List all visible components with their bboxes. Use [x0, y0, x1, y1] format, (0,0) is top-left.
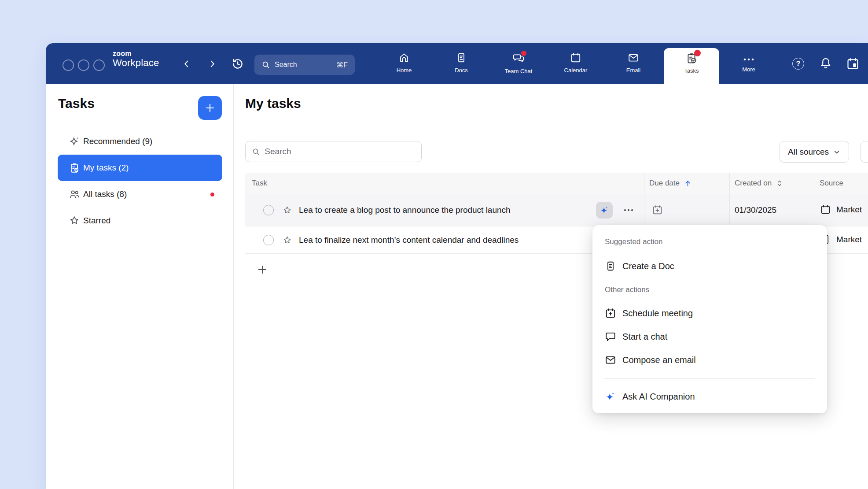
- bell-icon: [819, 57, 832, 70]
- source-label: Market: [836, 205, 862, 215]
- column-label: Created on: [735, 179, 772, 188]
- add-due-date-button[interactable]: [652, 204, 663, 215]
- add-task-button[interactable]: [198, 96, 222, 120]
- source-label: Market: [836, 235, 862, 244]
- new-meeting-button[interactable]: [846, 57, 860, 72]
- star-toggle[interactable]: [282, 205, 292, 215]
- nav-item-email[interactable]: Email: [609, 52, 658, 74]
- chevron-right-icon: [207, 59, 217, 69]
- sidebar-item-label: My tasks (2): [83, 163, 129, 173]
- sidebar-item-my-tasks[interactable]: My tasks (2): [58, 155, 222, 181]
- task-title[interactable]: Lea to finalize next month’s content cal…: [299, 235, 519, 245]
- window-minimize-button[interactable]: [78, 59, 89, 71]
- menu-item-create-doc[interactable]: Create a Doc: [605, 256, 815, 276]
- row-more-actions-button[interactable]: [623, 208, 634, 212]
- nav-item-more[interactable]: More: [725, 52, 773, 73]
- ai-companion-action-button[interactable]: [596, 202, 613, 219]
- menu-item-schedule-meeting[interactable]: Schedule meeting: [605, 304, 815, 323]
- home-icon: [398, 52, 410, 63]
- zoom-workplace-logo: zoom Workplace: [113, 50, 159, 68]
- back-button[interactable]: [180, 57, 193, 70]
- sidebar-title: Tasks: [58, 96, 95, 111]
- menu-item-start-chat[interactable]: Start a chat: [605, 327, 815, 346]
- sort-ascending-arrow-icon: [684, 179, 692, 188]
- doc-icon: [605, 260, 616, 272]
- tasks-badge: [694, 50, 701, 56]
- new-meeting-icon: [846, 57, 860, 70]
- window-controls: [63, 59, 105, 71]
- forward-button[interactable]: [206, 57, 219, 70]
- sidebar-item-recommended[interactable]: Recommended (9): [58, 128, 222, 155]
- nav-item-team-chat[interactable]: Team Chat: [494, 52, 543, 74]
- tasks-sidebar: Tasks Recommended (9): [46, 84, 234, 489]
- sort-both-icon: [776, 179, 783, 187]
- task-search-box[interactable]: [245, 141, 422, 162]
- column-header-created-on[interactable]: Created on: [735, 173, 783, 194]
- task-search-input[interactable]: [265, 147, 415, 156]
- sidebar-item-all-tasks[interactable]: All tasks (8): [58, 181, 222, 207]
- logo-zoom-text: zoom: [113, 50, 159, 58]
- plus-icon: [204, 102, 216, 114]
- task-checkbox[interactable]: [263, 205, 274, 215]
- ai-sparkle-icon: [605, 391, 616, 402]
- menu-item-ask-ai-companion[interactable]: Ask AI Companion: [605, 387, 815, 406]
- window-zoom-button[interactable]: [93, 59, 105, 71]
- menu-item-compose-email[interactable]: Compose an email: [605, 350, 815, 370]
- task-checkbox[interactable]: [263, 235, 274, 245]
- star-icon: [69, 215, 80, 226]
- column-header-task[interactable]: Task: [252, 173, 267, 194]
- search-icon: [261, 60, 270, 69]
- team-chat-badge: [521, 51, 526, 56]
- ellipsis-icon: [623, 208, 634, 212]
- logo-workplace-text: Workplace: [113, 58, 159, 68]
- nav-item-docs[interactable]: Docs: [437, 52, 485, 74]
- search-icon: [252, 147, 260, 156]
- nav-item-calendar[interactable]: Calendar: [552, 52, 600, 74]
- add-new-task-button[interactable]: [256, 263, 268, 276]
- column-header-due-date[interactable]: Due date: [649, 173, 692, 194]
- help-button[interactable]: ?: [792, 58, 804, 70]
- calendar-icon: [820, 204, 831, 215]
- history-button[interactable]: [231, 57, 245, 71]
- sources-filter-dropdown[interactable]: All sources: [780, 141, 849, 163]
- column-label: Source: [820, 179, 843, 188]
- calendar-icon: [570, 52, 581, 63]
- docs-icon: [456, 52, 467, 63]
- more-dots-icon: [743, 57, 754, 62]
- popup-divider: [604, 378, 815, 379]
- task-title[interactable]: Lea to create a blog post to announce th…: [299, 205, 511, 215]
- envelope-icon: [605, 354, 616, 366]
- search-shortcut: ⌘F: [336, 61, 348, 69]
- sources-filter-label: All sources: [788, 147, 829, 157]
- star-toggle[interactable]: [282, 235, 292, 245]
- top-navbar: zoom Workplace Search ⌘F Home: [46, 43, 868, 84]
- clipped-filter-button[interactable]: [861, 141, 868, 163]
- nav-label: Home: [380, 67, 428, 74]
- nav-item-home[interactable]: Home: [380, 52, 428, 74]
- global-search[interactable]: Search ⌘F: [254, 55, 355, 75]
- help-icon: ?: [792, 58, 804, 70]
- sparkle-icon: [69, 136, 80, 147]
- email-icon: [628, 52, 639, 63]
- table-row[interactable]: Lea to create a blog post to announce th…: [245, 194, 868, 226]
- nav-label: Team Chat: [494, 68, 543, 74]
- page-title: My tasks: [245, 96, 301, 111]
- nav-label: Tasks: [664, 67, 719, 74]
- clipboard-check-icon: [69, 162, 80, 174]
- nav-label: Email: [609, 67, 658, 74]
- sidebar-item-label: Starred: [83, 216, 110, 226]
- history-clock-icon: [231, 57, 245, 71]
- sidebar-item-starred[interactable]: Starred: [58, 207, 222, 234]
- menu-item-label: Start a chat: [622, 332, 667, 342]
- menu-item-label: Compose an email: [622, 355, 696, 365]
- star-icon: [282, 235, 292, 245]
- task-actions-popup: Suggested action Create a Doc Other acti…: [592, 225, 827, 413]
- nav-label: Calendar: [552, 67, 600, 74]
- window-close-button[interactable]: [63, 59, 74, 71]
- star-icon: [282, 205, 292, 215]
- nav-item-tasks-active-tab[interactable]: Tasks: [664, 48, 719, 84]
- source-cell: Market: [820, 204, 862, 215]
- created-on-cell: 01/30/2025: [735, 205, 776, 215]
- notifications-button[interactable]: [819, 57, 832, 72]
- column-header-source[interactable]: Source: [820, 173, 843, 194]
